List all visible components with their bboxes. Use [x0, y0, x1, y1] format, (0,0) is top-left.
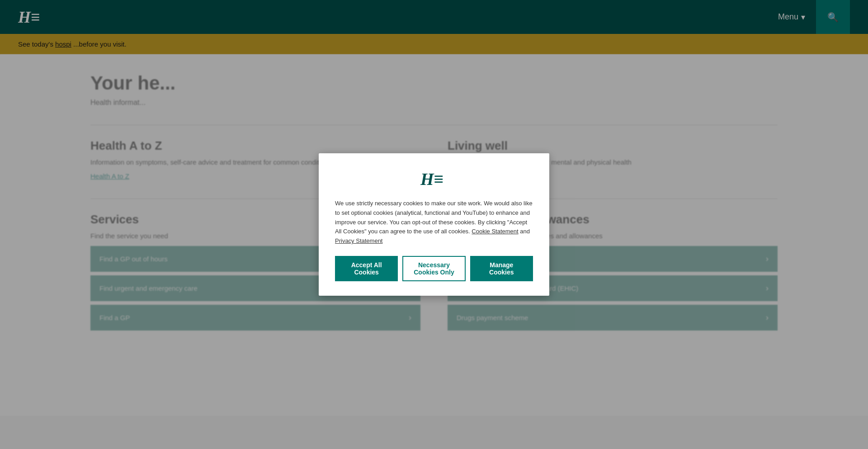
cookie-modal: H≡ We use strictly necessary cookies to … [319, 153, 549, 296]
cookie-modal-logo: H≡ [335, 170, 533, 191]
accept-all-cookies-button[interactable]: Accept All Cookies [335, 256, 398, 281]
cookie-buttons: Accept All Cookies Necessary Cookies Onl… [335, 256, 533, 281]
manage-cookies-button[interactable]: Manage Cookies [470, 256, 533, 281]
svg-text:H≡: H≡ [420, 170, 443, 188]
cookie-statement-link[interactable]: Cookie Statement [472, 228, 518, 235]
privacy-statement-link[interactable]: Privacy Statement [335, 237, 383, 244]
cookie-body-text: We use strictly necessary cookies to mak… [335, 199, 533, 246]
necessary-cookies-button[interactable]: Necessary Cookies Only [402, 256, 465, 281]
cookie-overlay: H≡ We use strictly necessary cookies to … [0, 0, 868, 416]
